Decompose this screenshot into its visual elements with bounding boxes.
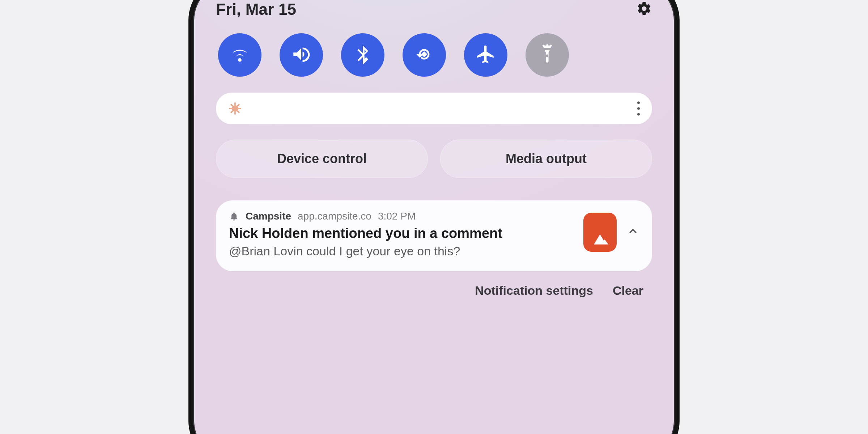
notification-title: Nick Holden mentioned you in a comment [229, 226, 575, 241]
settings-gear-icon[interactable] [636, 1, 652, 18]
brightness-icon [229, 102, 241, 115]
svg-rect-3 [546, 44, 548, 47]
bluetooth-icon [352, 44, 373, 66]
collapse-chevron-icon[interactable] [627, 226, 638, 238]
clear-button[interactable]: Clear [613, 284, 643, 298]
notification-domain: app.campsite.co [298, 210, 371, 222]
notification-card[interactable]: Campsite app.campsite.co 3:02 PM Nick Ho… [216, 200, 652, 271]
airplane-tile[interactable] [464, 33, 507, 77]
notification-body: @Brian Lovin could I get your eye on thi… [229, 244, 575, 258]
quick-settings-tiles [216, 33, 652, 77]
device-control-button[interactable]: Device control [216, 140, 428, 178]
media-output-button[interactable]: Media output [440, 140, 652, 178]
sound-icon [291, 44, 312, 66]
svg-rect-0 [421, 51, 427, 57]
notification-time: 3:02 PM [378, 210, 416, 222]
volume-up-button[interactable] [188, 90, 189, 159]
wifi-icon [229, 44, 250, 66]
notification-app-name: Campsite [246, 210, 291, 222]
airplane-icon [475, 44, 496, 66]
autorotate-icon [414, 44, 435, 66]
phone-frame: Fri, Mar 15 [188, 0, 680, 434]
notification-meta: Campsite app.campsite.co 3:02 PM [229, 210, 575, 222]
wifi-tile[interactable] [218, 33, 261, 77]
bell-icon [229, 211, 239, 221]
notification-settings-button[interactable]: Notification settings [475, 284, 593, 298]
notification-shade: Fri, Mar 15 [193, 0, 675, 298]
bluetooth-tile[interactable] [341, 33, 384, 77]
app-icon [583, 213, 617, 252]
status-date: Fri, Mar 15 [216, 0, 296, 18]
power-button[interactable] [679, 54, 680, 163]
brightness-slider[interactable] [216, 93, 652, 124]
flashlight-tile[interactable] [526, 33, 569, 77]
autorotate-tile[interactable] [403, 33, 446, 77]
sound-tile[interactable] [280, 33, 323, 77]
flashlight-icon [537, 44, 558, 66]
volume-down-button[interactable] [188, 204, 189, 342]
svg-point-1 [546, 54, 548, 56]
brightness-more-icon[interactable] [637, 102, 640, 116]
